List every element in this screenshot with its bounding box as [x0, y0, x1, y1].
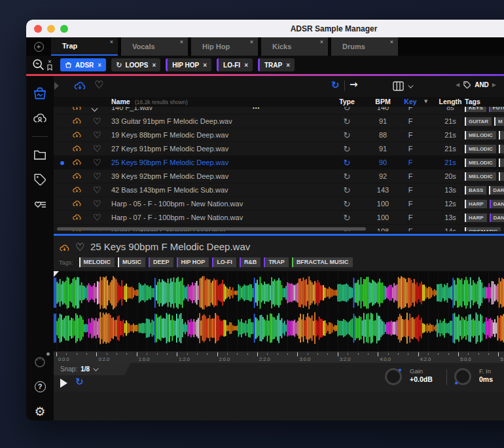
preview-tag-chip[interactable]: MUSIC: [118, 257, 145, 267]
and-mode-control[interactable]: ◀ AND ▶: [456, 81, 496, 89]
tab-close-icon[interactable]: ×: [320, 39, 323, 45]
preview-tag-chip[interactable]: DEEP: [149, 257, 173, 267]
tag-chip[interactable]: HARP: [465, 214, 487, 222]
gain-knob[interactable]: [385, 368, 402, 385]
table-row[interactable]: 140 F_1.wav•••↻140F8sKEYSFUTU: [54, 107, 504, 115]
table-row[interactable]: ♡25 Keys 90bpm F Melodic Deep.wav↻90F21s…: [54, 156, 504, 170]
filter-chip-trap[interactable]: TRAP×: [258, 58, 295, 71]
sidebar-item-help[interactable]: ?: [31, 378, 48, 395]
table-row[interactable]: ♡33 Guitar 91bpm F Melodic Deep.wav↻91F2…: [54, 115, 504, 128]
tag-chip[interactable]: DAN: [490, 200, 504, 208]
table-row[interactable]: ♡19 Keys 88bpm F Melodic Deep.wav↻88F21s…: [54, 128, 504, 142]
table-row[interactable]: ♡27 Keys 91bpm F Melodic Deep.wav↻91F21s…: [54, 142, 504, 156]
more-options-icon[interactable]: •••: [253, 107, 260, 115]
sidebar-item-cloud-account[interactable]: [31, 110, 48, 127]
filter-chip-lo-fi[interactable]: LO-FI×: [217, 58, 253, 71]
tag-chip[interactable]: DAN: [490, 214, 504, 222]
download-cloud-icon[interactable]: [72, 185, 82, 195]
tag-chip[interactable]: M: [494, 117, 504, 126]
play-button[interactable]: [60, 379, 67, 388]
expand-chevron-icon[interactable]: [92, 107, 98, 111]
column-header-key[interactable]: Key: [399, 98, 422, 105]
favorite-icon[interactable]: ♡: [93, 142, 101, 156]
table-row[interactable]: ♡Harp - 07 - F - 100bpm - New Nation.wav…: [54, 211, 504, 225]
filter-chip-hip-hop[interactable]: HIP HOP×: [166, 58, 211, 71]
preview-tag-chip[interactable]: TRAP: [264, 257, 289, 267]
download-cloud-icon[interactable]: [72, 158, 82, 168]
favorite-icon[interactable]: ♡: [93, 197, 101, 211]
tag-chip[interactable]: [499, 172, 504, 181]
waveform[interactable]: [54, 271, 504, 351]
tag-chip[interactable]: [499, 159, 504, 167]
tag-chip[interactable]: FUTU: [489, 107, 504, 112]
preview-favorite-icon[interactable]: ♡: [75, 241, 84, 253]
horizontal-scrollbar[interactable]: [57, 227, 366, 231]
preview-tag-chip[interactable]: R&B: [240, 257, 261, 267]
search-button[interactable]: ×: [31, 58, 52, 72]
clear-search-icon[interactable]: ×: [48, 59, 51, 64]
tab-trap[interactable]: Trap×: [51, 37, 118, 56]
sidebar-item-settings[interactable]: ⚙: [31, 403, 48, 420]
tab-kicks[interactable]: Kicks×: [261, 37, 328, 56]
favorite-icon[interactable]: ♡: [93, 128, 101, 142]
preview-tag-chip[interactable]: MELODIC: [79, 257, 115, 267]
download-cloud-icon[interactable]: [72, 107, 82, 113]
fade-in-knob[interactable]: [454, 368, 471, 385]
sidebar-item-favorites[interactable]: [31, 196, 48, 213]
preview-download-icon[interactable]: [59, 243, 70, 257]
sidebar-item-folders[interactable]: [31, 146, 48, 163]
favorite-icon[interactable]: ♡: [93, 156, 101, 170]
tag-chip[interactable]: [499, 145, 504, 153]
remove-filter-icon[interactable]: ×: [203, 62, 207, 69]
preview-tag-chip[interactable]: HIP HOP: [177, 257, 209, 267]
panel-handle-icon[interactable]: [54, 82, 59, 90]
retrigger-icon[interactable]: ↻: [331, 79, 340, 91]
table-row[interactable]: ♡39 Keys 92bpm F Melodic Deep.wav↻92F20s…: [54, 170, 504, 183]
favorite-icon[interactable]: ♡: [93, 211, 101, 225]
preview-tag-chip[interactable]: LO-FI: [212, 257, 236, 267]
favorite-icon[interactable]: ♡: [93, 170, 101, 183]
table-row[interactable]: ♡42 Bass 143bpm F Melodic Sub.wav↻143F13…: [54, 183, 504, 197]
tag-chip[interactable]: BASS: [465, 186, 486, 195]
tag-chip[interactable]: HARP: [465, 200, 487, 208]
download-cloud-icon[interactable]: [72, 172, 82, 181]
sidebar-item-store[interactable]: [31, 85, 48, 102]
download-cloud-icon[interactable]: [72, 117, 82, 126]
timeline-ruler[interactable]: 0:0.00:2.01:0.01:2.02:0.02:2.03:0.03:2.0…: [54, 351, 504, 363]
favorite-icon[interactable]: ♡: [93, 183, 101, 197]
remove-filter-icon[interactable]: ×: [286, 62, 290, 69]
column-header-tags[interactable]: Tags: [465, 98, 480, 105]
tag-chip[interactable]: DAR: [489, 186, 504, 195]
new-tab-button[interactable]: +: [26, 37, 51, 56]
tag-chip[interactable]: [499, 131, 504, 140]
column-header-type[interactable]: Type: [338, 98, 356, 105]
column-header-bpm[interactable]: BPM: [367, 98, 399, 105]
filter-chip-adsr[interactable]: ADSR×: [60, 58, 106, 71]
tag-chip[interactable]: CINEMATIC: [465, 227, 501, 232]
remove-filter-icon[interactable]: ×: [152, 62, 156, 69]
prev-mode-icon[interactable]: ◀: [456, 82, 459, 88]
zoom-window-button[interactable]: [60, 25, 68, 33]
tab-vocals[interactable]: Vocals×: [121, 37, 188, 56]
tab-drums[interactable]: Drums×: [331, 37, 398, 56]
sidebar-item-midi[interactable]: [31, 353, 48, 370]
column-header-length[interactable]: Length: [435, 98, 466, 105]
remove-filter-icon[interactable]: ×: [244, 62, 248, 69]
tag-chip[interactable]: KEYS: [465, 107, 486, 112]
waveform-canvas[interactable]: [54, 271, 504, 351]
tab-close-icon[interactable]: ×: [390, 39, 393, 45]
download-cloud-icon[interactable]: [72, 144, 82, 154]
table-row[interactable]: ♡Harp - 05 - F - 100bpm - New Nation.wav…: [54, 197, 504, 211]
minimize-window-button[interactable]: [47, 25, 55, 33]
column-header-name[interactable]: Name: [111, 98, 130, 105]
tab-close-icon[interactable]: ×: [250, 39, 253, 45]
tab-close-icon[interactable]: ×: [110, 39, 113, 45]
tag-chip[interactable]: MELODIC: [465, 159, 496, 167]
remove-filter-icon[interactable]: ×: [98, 62, 101, 69]
tab-hip-hop[interactable]: Hip Hop×: [191, 37, 258, 56]
close-window-button[interactable]: [34, 25, 42, 33]
preview-tag-chip[interactable]: BFRACTAL MUSIC: [292, 257, 353, 267]
download-all-icon[interactable]: [73, 80, 86, 96]
tag-chip[interactable]: MELODIC: [465, 131, 496, 140]
sort-desc-icon[interactable]: ▼: [424, 99, 427, 104]
